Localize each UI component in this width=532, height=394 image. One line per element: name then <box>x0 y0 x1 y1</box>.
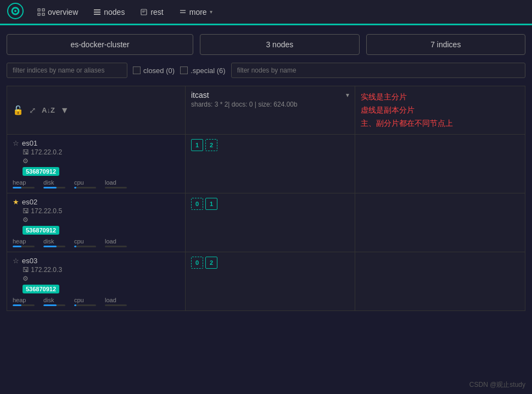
filter-indices-input[interactable] <box>7 63 127 78</box>
metric-heap-label-es03: heap <box>13 297 26 303</box>
node-icon-row-es01: ⚙ <box>23 157 180 165</box>
metric-disk-es03: disk <box>43 297 65 306</box>
svg-rect-9 <box>94 14 100 15</box>
svg-rect-8 <box>94 12 100 13</box>
filter-nodes-input[interactable] <box>231 63 525 78</box>
indices-count: 7 indices <box>430 40 461 49</box>
annotation-text: 实线是主分片 虚线是副本分片 主、副分片都在不同节点上 <box>361 91 453 130</box>
heap-badge-es03: 536870912 <box>23 285 59 293</box>
metric-disk-es01: disk <box>43 179 65 188</box>
metric-load-label-es02: load <box>105 238 116 245</box>
node-name-es01: es01 <box>22 139 37 147</box>
nav-nodes[interactable]: nodes <box>87 5 131 19</box>
special-label: .special (6) <box>191 66 226 75</box>
metric-cpu-es01: cpu <box>74 179 96 188</box>
node-name-es02: es02 <box>22 198 37 206</box>
metric-heap-label-es01: heap <box>13 179 26 186</box>
metrics-row-es02: heap disk cpu load <box>13 238 180 247</box>
nav-rest[interactable]: rest <box>133 5 170 19</box>
closed-label: closed (0) <box>143 66 175 75</box>
shard-1-es01: 1 <box>191 139 203 151</box>
metric-cpu-es02: cpu <box>74 238 96 247</box>
watermark: CSDN @观止study <box>469 380 525 390</box>
nodes-count-box: 3 nodes <box>200 34 359 55</box>
node-icon-row-es02: ⚙ <box>23 216 180 224</box>
expand-icon[interactable]: ⤢ <box>29 106 36 115</box>
more-dropdown-icon: ▾ <box>210 9 212 15</box>
svg-rect-7 <box>94 9 100 10</box>
star-icon-es02: ★ <box>13 198 19 206</box>
svg-point-2 <box>14 10 16 12</box>
nav-overview[interactable]: overview <box>31 5 85 19</box>
star-icon-es03: ☆ <box>13 257 19 265</box>
unlock-icon[interactable]: 🔓 <box>13 105 24 115</box>
index-name: itcast <box>191 91 209 99</box>
shard-area-es03-right <box>355 252 525 310</box>
metric-disk-label-es01: disk <box>43 179 54 186</box>
nav-rest-label: rest <box>150 8 163 16</box>
svg-rect-4 <box>38 13 40 15</box>
nodes-count: 3 nodes <box>266 40 293 49</box>
svg-rect-5 <box>42 9 44 11</box>
sort-az-icon[interactable]: A↓Z <box>42 106 55 114</box>
node-icon-row-es03: ⚙ <box>23 275 180 282</box>
index-meta: shards: 3 * 2| docs: 0 | size: 624.00b <box>191 101 349 108</box>
svg-rect-3 <box>38 9 40 11</box>
node-cell-es03: ☆ es03 🖫 172.22.0.3 ⚙ 536870912 heap dis… <box>7 252 186 310</box>
main-table: 🔓 ⤢ A↓Z ▼ itcast ▾ shards: 3 * 2| docs: … <box>7 86 525 311</box>
metric-load-es01: load <box>105 179 127 188</box>
shard-0-es03: 0 <box>191 257 203 269</box>
metric-load-es02: load <box>105 238 127 247</box>
shard-area-es02-right <box>355 193 525 252</box>
index-cell: itcast ▾ shards: 3 * 2| docs: 0 | size: … <box>186 86 355 135</box>
metric-heap-es03: heap <box>13 297 35 306</box>
heap-badge-es02: 536870912 <box>23 226 59 235</box>
node-cell-es01: ☆ es01 🖫 172.22.0.2 ⚙ 536870912 heap dis… <box>7 135 186 193</box>
metric-load-es03: load <box>105 297 127 306</box>
metric-heap-label-es02: heap <box>13 238 26 245</box>
shard-2-es03: 2 <box>205 257 217 269</box>
table-header-left: 🔓 ⤢ A↓Z ▼ <box>7 86 186 135</box>
shard-area-es01-right <box>355 135 525 193</box>
closed-checkbox-label[interactable]: closed (0) <box>133 66 175 75</box>
shard-area-es02: 0 1 <box>186 193 355 252</box>
metrics-row-es01: heap disk cpu load <box>13 179 180 188</box>
cluster-name-box: es-docker-cluster <box>7 34 193 55</box>
node-ip-es03: 🖫 172.22.0.3 <box>23 266 180 274</box>
node-cell-es02: ★ es02 🖫 172.22.0.5 ⚙ 536870912 heap dis… <box>7 193 186 252</box>
metric-cpu-label-es01: cpu <box>74 179 84 186</box>
metric-heap-es02: heap <box>13 238 35 247</box>
nav-nodes-label: nodes <box>104 8 125 16</box>
main-content: es-docker-cluster 3 nodes 7 indices clos… <box>0 25 532 320</box>
svg-rect-6 <box>42 13 44 15</box>
closed-checkbox[interactable] <box>133 66 141 74</box>
index-dropdown-arrow[interactable]: ▾ <box>346 91 349 99</box>
star-icon-es01: ☆ <box>13 139 19 147</box>
nav-more[interactable]: more ▾ <box>172 5 219 19</box>
metric-cpu-label-es03: cpu <box>74 297 84 303</box>
shard-1-es02: 1 <box>205 198 217 210</box>
shard-2-es01: 2 <box>205 139 217 151</box>
metric-disk-label-es03: disk <box>43 297 54 303</box>
metric-disk-label-es02: disk <box>43 238 54 245</box>
app-logo <box>7 2 24 21</box>
node-name-es03: es03 <box>22 257 37 265</box>
metric-disk-es02: disk <box>43 238 65 247</box>
metric-heap-es01: heap <box>13 179 35 188</box>
shard-area-es01: 1 2 <box>186 135 355 193</box>
node-ip-es02: 🖫 172.22.0.5 <box>23 207 180 215</box>
filter-row: closed (0) .special (6) <box>7 63 525 78</box>
metric-cpu-label-es02: cpu <box>74 238 84 245</box>
node-ip-es01: 🖫 172.22.0.2 <box>23 148 180 156</box>
filter-down-icon[interactable]: ▼ <box>60 106 69 115</box>
indices-count-box: 7 indices <box>366 34 525 55</box>
nav-overview-label: overview <box>48 8 78 16</box>
cluster-info-row: es-docker-cluster 3 nodes 7 indices <box>7 34 525 55</box>
special-checkbox-label[interactable]: .special (6) <box>180 66 226 75</box>
metric-load-label-es01: load <box>105 179 116 186</box>
special-checkbox[interactable] <box>180 66 188 74</box>
metric-load-label-es03: load <box>105 297 116 303</box>
metric-cpu-es03: cpu <box>74 297 96 306</box>
cluster-name: es-docker-cluster <box>70 40 129 49</box>
heap-badge-es01: 536870912 <box>23 167 59 176</box>
